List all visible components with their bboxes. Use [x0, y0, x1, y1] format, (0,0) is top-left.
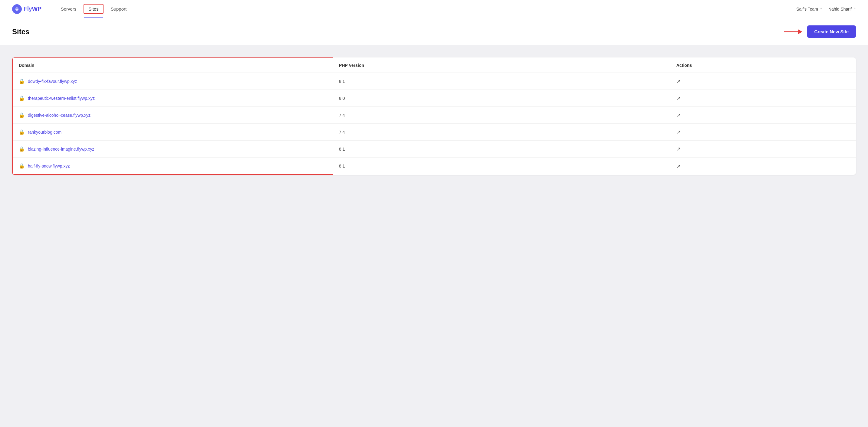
- user-selector[interactable]: Nahid Sharif ⌃: [828, 7, 856, 11]
- domain-cell: 🔒 rankyourblog.com: [12, 124, 333, 141]
- team-selector[interactable]: Saif's Team ⌃: [796, 7, 822, 11]
- table-row: 🔒 digestive-alcohol-cease.flywp.xyz 7.4↗…: [12, 107, 856, 124]
- domain-link[interactable]: digestive-alcohol-cease.flywp.xyz: [28, 113, 91, 118]
- main-content: Domain PHP Version Actions 🔒 dowdy-fix-f…: [0, 45, 868, 187]
- php-version-value: 8.1: [339, 79, 345, 84]
- nav-right: Saif's Team ⌃ Nahid Sharif ⌃: [796, 7, 856, 11]
- lock-icon: 🔒: [19, 95, 25, 101]
- table-header-row: Domain PHP Version Actions: [12, 58, 856, 73]
- logo[interactable]: FlyWP: [12, 4, 41, 14]
- actions-cell: ↗︎: [670, 158, 856, 175]
- actions-cell: ↗︎: [670, 141, 856, 158]
- table-row: 🔒 half-fly-snow.flywp.xyz 8.1↗︎: [12, 158, 856, 175]
- domain-link[interactable]: half-fly-snow.flywp.xyz: [28, 164, 70, 168]
- php-version-cell: 7.4: [333, 107, 670, 124]
- user-chevron-icon: ⌃: [854, 7, 856, 10]
- php-version-value: 8.1: [339, 147, 345, 152]
- php-version-cell: 8.1: [333, 141, 670, 158]
- sites-table: Domain PHP Version Actions 🔒 dowdy-fix-f…: [12, 58, 856, 175]
- nav-support[interactable]: Support: [106, 4, 132, 14]
- actions-column-header: Actions: [670, 58, 856, 73]
- team-chevron-icon: ⌃: [820, 7, 822, 10]
- domain-link[interactable]: blazing-influence-imagine.flywp.xyz: [28, 147, 94, 152]
- lock-icon: 🔒: [19, 112, 25, 118]
- arrow-indicator: [784, 28, 802, 36]
- table-row: 🔒 blazing-influence-imagine.flywp.xyz 8.…: [12, 141, 856, 158]
- php-version-value: 7.4: [339, 113, 345, 118]
- external-link-icon[interactable]: ↗︎: [676, 112, 680, 118]
- domain-cell: 🔒 half-fly-snow.flywp.xyz: [12, 158, 333, 175]
- domain-link[interactable]: rankyourblog.com: [28, 130, 61, 135]
- php-version-column-header: PHP Version: [333, 58, 670, 73]
- php-version-cell: 8.0: [333, 90, 670, 107]
- logo-text: FlyWP: [24, 5, 41, 12]
- table-row: 🔒 rankyourblog.com 7.4↗︎: [12, 124, 856, 141]
- php-version-value: 8.1: [339, 164, 345, 168]
- header-right: Create New Site: [784, 25, 856, 38]
- actions-cell: ↗︎: [670, 124, 856, 141]
- actions-cell: ↗︎: [670, 73, 856, 90]
- nav-links: Servers Sites Support: [56, 4, 797, 14]
- domain-cell: 🔒 dowdy-fix-favour.flywp.xyz: [12, 73, 333, 90]
- domain-column-header: Domain: [12, 58, 333, 73]
- create-new-site-button[interactable]: Create New Site: [807, 25, 856, 38]
- external-link-icon[interactable]: ↗︎: [676, 78, 680, 84]
- php-version-value: 7.4: [339, 130, 345, 135]
- external-link-icon[interactable]: ↗︎: [676, 164, 680, 169]
- domain-cell: 🔒 therapeutic-western-enlist.flywp.xyz: [12, 90, 333, 107]
- domain-cell: 🔒 digestive-alcohol-cease.flywp.xyz: [12, 107, 333, 124]
- php-version-cell: 8.1: [333, 158, 670, 175]
- php-version-cell: 8.1: [333, 73, 670, 90]
- actions-cell: ↗︎: [670, 90, 856, 107]
- php-version-value: 8.0: [339, 96, 345, 101]
- actions-cell: ↗︎: [670, 107, 856, 124]
- lock-icon: 🔒: [19, 129, 25, 135]
- domain-cell: 🔒 blazing-influence-imagine.flywp.xyz: [12, 141, 333, 158]
- page-title: Sites: [12, 28, 29, 36]
- external-link-icon[interactable]: ↗︎: [676, 96, 680, 101]
- table-row: 🔒 therapeutic-western-enlist.flywp.xyz 8…: [12, 90, 856, 107]
- php-version-cell: 7.4: [333, 124, 670, 141]
- lock-icon: 🔒: [19, 163, 25, 169]
- table-row: 🔒 dowdy-fix-favour.flywp.xyz 8.1↗︎: [12, 73, 856, 90]
- page-header: Sites Create New Site: [0, 18, 868, 45]
- domain-link[interactable]: therapeutic-western-enlist.flywp.xyz: [28, 96, 95, 101]
- nav-sites[interactable]: Sites: [84, 4, 103, 14]
- external-link-icon[interactable]: ↗︎: [676, 146, 680, 152]
- navbar: FlyWP Servers Sites Support Saif's Team …: [0, 0, 868, 18]
- nav-servers[interactable]: Servers: [56, 4, 82, 14]
- sites-table-container: Domain PHP Version Actions 🔒 dowdy-fix-f…: [12, 58, 856, 175]
- external-link-icon[interactable]: ↗︎: [676, 129, 680, 135]
- team-name: Saif's Team: [796, 7, 818, 11]
- lock-icon: 🔒: [19, 78, 25, 84]
- logo-icon: [12, 4, 22, 14]
- domain-link[interactable]: dowdy-fix-favour.flywp.xyz: [28, 79, 77, 84]
- svg-marker-1: [798, 29, 802, 34]
- lock-icon: 🔒: [19, 146, 25, 152]
- user-name: Nahid Sharif: [828, 7, 851, 11]
